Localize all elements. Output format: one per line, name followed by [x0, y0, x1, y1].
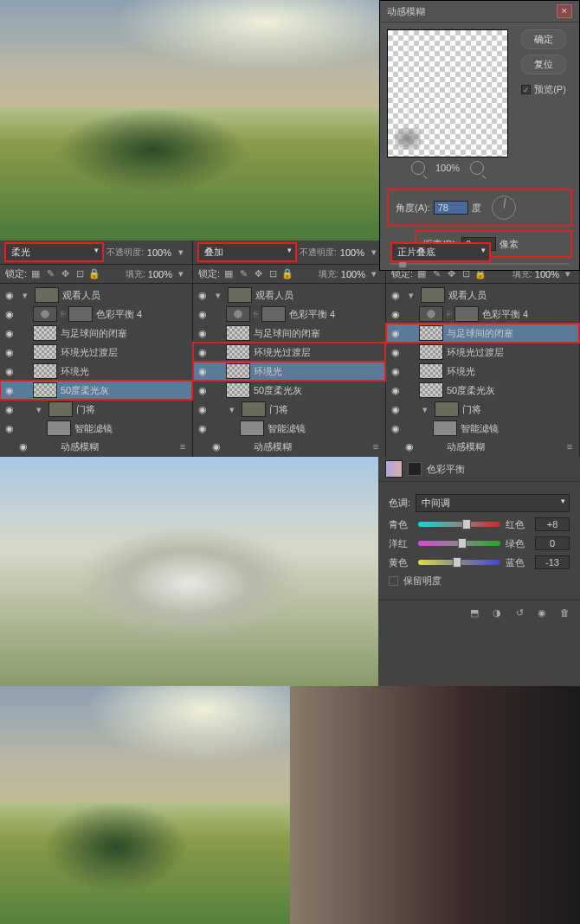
- distance-unit: 像素: [499, 238, 519, 251]
- luminosity-label: 保留明度: [403, 574, 441, 587]
- view-previous-icon[interactable]: ◑: [490, 606, 504, 619]
- blend-mode-select-0[interactable]: 柔光: [5, 243, 103, 261]
- visibility-icon[interactable]: ◉: [3, 385, 16, 396]
- visibility-icon[interactable]: ◉: [17, 441, 29, 452]
- cyan-red-slider[interactable]: [418, 522, 500, 527]
- motion-blur-dialog: 动感模糊 ✕ 100% 确定 复位 ✓ 预览(P): [379, 0, 580, 271]
- layers-panel-2: 正片叠底 不透明度: 100%▾ 锁定: ▦✎✥⊡🔒 填充: 100%▾ ◉▾观…: [386, 241, 580, 457]
- mask-thumb: [68, 306, 93, 322]
- luminosity-checkbox[interactable]: [389, 576, 398, 586]
- clip-icon[interactable]: ⬒: [467, 606, 481, 619]
- folder-icon: [48, 401, 73, 417]
- distance-slider[interactable]: [390, 263, 569, 265]
- canvas-image-final-right: [290, 686, 580, 924]
- layer-thumb: [33, 382, 57, 398]
- layer-name[interactable]: 与足球间的闭塞: [61, 327, 189, 340]
- yellow-label: 黄色: [389, 556, 413, 569]
- layer-name[interactable]: 色彩平衡 4: [96, 308, 189, 321]
- close-icon[interactable]: ✕: [557, 4, 572, 18]
- preview-checkbox[interactable]: ✓: [521, 85, 531, 94]
- group-name[interactable]: 观看人员: [62, 289, 189, 302]
- blend-mode-select-2[interactable]: 正片叠底: [391, 243, 490, 261]
- visibility-icon[interactable]: ◉: [3, 404, 16, 415]
- filter-settings-icon[interactable]: ≡: [177, 440, 189, 452]
- visibility-icon[interactable]: ◉: [3, 290, 16, 301]
- dialog-title: 动感模糊: [387, 5, 425, 18]
- blend-mode-select-1[interactable]: 叠加: [198, 243, 296, 261]
- visibility-icon[interactable]: ◉: [3, 328, 16, 339]
- layer-name[interactable]: 环境光: [61, 365, 189, 378]
- folder-icon: [35, 287, 59, 303]
- folder-expand-icon[interactable]: ▾: [33, 403, 45, 415]
- red-label: 红色: [506, 518, 530, 531]
- folder-expand-icon[interactable]: ▾: [19, 289, 31, 301]
- lock-brush-icon[interactable]: ✎: [44, 268, 56, 280]
- angle-label: 角度(A):: [396, 202, 430, 215]
- tone-select[interactable]: 中间调: [416, 494, 570, 512]
- visibility-icon[interactable]: ◉: [3, 309, 16, 320]
- blue-label: 蓝色: [506, 556, 530, 569]
- angle-unit: 度: [472, 202, 481, 215]
- yellow-blue-value[interactable]: -13: [535, 555, 570, 569]
- canvas-image-blur: [0, 457, 378, 686]
- fill-label: 填充:: [126, 268, 145, 280]
- angle-dial[interactable]: [492, 196, 516, 220]
- visibility-icon[interactable]: ◉: [3, 423, 16, 434]
- cyan-label: 青色: [389, 518, 413, 531]
- magenta-green-value[interactable]: 0: [535, 536, 570, 550]
- ok-button[interactable]: 确定: [521, 29, 566, 49]
- preview-label: 预览(P): [534, 83, 566, 96]
- smart-filters-label[interactable]: 智能滤镜: [74, 422, 189, 435]
- visibility-icon[interactable]: ◉: [3, 366, 16, 377]
- layers-panel-0: 柔光 不透明度: 100%▾ 锁定: ▦ ✎ ✥ ⊡ 🔒 填充: 100%▾ ◉…: [0, 241, 193, 457]
- reset-button[interactable]: 复位: [521, 55, 566, 74]
- lock-label: 锁定:: [5, 267, 27, 280]
- fill-value[interactable]: 100%: [148, 269, 172, 279]
- opacity-value[interactable]: 100%: [147, 247, 171, 258]
- magenta-green-slider[interactable]: [418, 541, 500, 546]
- layer-thumb: [33, 325, 57, 341]
- opacity-label: 不透明度:: [106, 247, 144, 259]
- trash-icon[interactable]: 🗑: [557, 606, 571, 619]
- visibility-icon[interactable]: ◉: [3, 347, 16, 358]
- reset-icon[interactable]: ↺: [512, 606, 526, 619]
- color-balance-icon: [385, 460, 403, 478]
- zoom-in-icon[interactable]: [470, 161, 484, 175]
- layer-name[interactable]: 50度柔光灰: [61, 384, 189, 397]
- layers-panel-1: 叠加 不透明度: 100%▾ 锁定: ▦✎✥⊡🔒 填充: 100%▾ ◉▾观看人…: [193, 241, 386, 457]
- magenta-label: 洋红: [389, 537, 413, 550]
- preview-thumbnail: [387, 29, 508, 157]
- folder-name[interactable]: 门将: [76, 403, 189, 416]
- layer-thumb: [33, 306, 57, 322]
- layer-panels-row: 柔光 不透明度: 100%▾ 锁定: ▦ ✎ ✥ ⊡ 🔒 填充: 100%▾ ◉…: [0, 241, 580, 457]
- layer-name[interactable]: 环境光过渡层: [61, 346, 189, 359]
- lock-move-icon[interactable]: ✥: [59, 268, 71, 280]
- zoom-value: 100%: [435, 163, 460, 173]
- angle-input[interactable]: [434, 201, 468, 215]
- lock-artboard-icon[interactable]: ⊡: [74, 268, 86, 280]
- canvas-image-1: [0, 0, 379, 241]
- tone-label: 色调:: [389, 497, 410, 510]
- layer-thumb: [33, 344, 57, 360]
- cb-title: 色彩平衡: [427, 463, 465, 476]
- layer-thumb: [33, 363, 57, 379]
- filter-name[interactable]: 动感模糊: [61, 440, 173, 453]
- cyan-red-value[interactable]: +8: [535, 517, 570, 531]
- zoom-out-icon[interactable]: [411, 161, 425, 175]
- visibility-icon[interactable]: ◉: [535, 606, 549, 619]
- yellow-blue-slider[interactable]: [418, 560, 500, 565]
- color-balance-panel: 色彩平衡 色调: 中间调 青色 红色 +8 洋红 绿色 0 黄色 蓝: [378, 457, 580, 686]
- mask-icon[interactable]: [408, 462, 422, 476]
- canvas-image-final-left: [0, 686, 290, 924]
- lock-all-icon[interactable]: 🔒: [88, 268, 100, 280]
- angle-group: 角度(A): 度: [387, 189, 572, 227]
- green-label: 绿色: [506, 537, 530, 550]
- lock-transparent-icon[interactable]: ▦: [29, 268, 42, 280]
- layer-thumb: [47, 420, 71, 436]
